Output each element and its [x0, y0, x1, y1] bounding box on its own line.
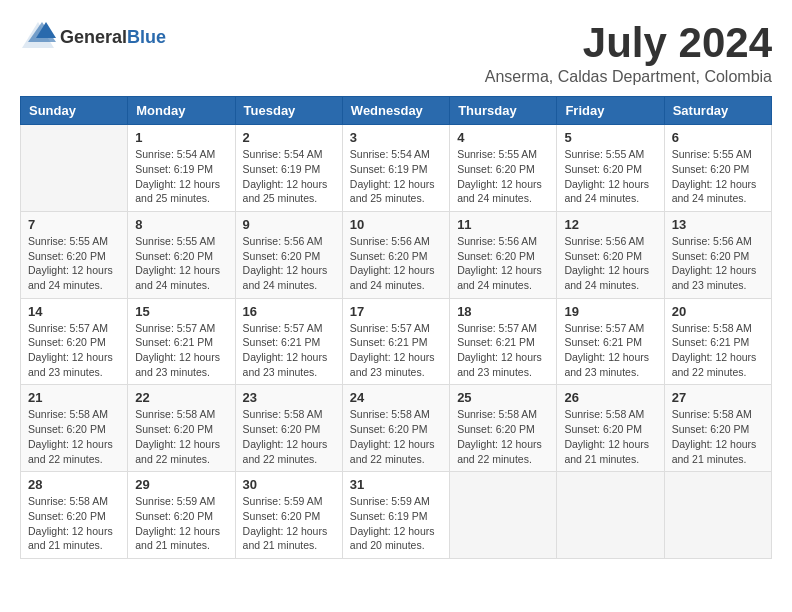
- month-year-title: July 2024: [485, 20, 772, 66]
- calendar-cell: 20Sunrise: 5:58 AM Sunset: 6:21 PM Dayli…: [664, 298, 771, 385]
- calendar-cell: 16Sunrise: 5:57 AM Sunset: 6:21 PM Dayli…: [235, 298, 342, 385]
- day-info: Sunrise: 5:57 AM Sunset: 6:21 PM Dayligh…: [350, 321, 442, 380]
- day-number: 7: [28, 217, 120, 232]
- day-info: Sunrise: 5:55 AM Sunset: 6:20 PM Dayligh…: [135, 234, 227, 293]
- day-number: 16: [243, 304, 335, 319]
- calendar-cell: 29Sunrise: 5:59 AM Sunset: 6:20 PM Dayli…: [128, 472, 235, 559]
- day-number: 15: [135, 304, 227, 319]
- calendar-table: SundayMondayTuesdayWednesdayThursdayFrid…: [20, 96, 772, 559]
- logo-text: GeneralBlue: [60, 27, 166, 48]
- day-info: Sunrise: 5:57 AM Sunset: 6:20 PM Dayligh…: [28, 321, 120, 380]
- calendar-cell: [21, 125, 128, 212]
- day-number: 10: [350, 217, 442, 232]
- day-info: Sunrise: 5:59 AM Sunset: 6:20 PM Dayligh…: [135, 494, 227, 553]
- day-number: 4: [457, 130, 549, 145]
- day-info: Sunrise: 5:58 AM Sunset: 6:20 PM Dayligh…: [243, 407, 335, 466]
- day-info: Sunrise: 5:59 AM Sunset: 6:19 PM Dayligh…: [350, 494, 442, 553]
- day-info: Sunrise: 5:57 AM Sunset: 6:21 PM Dayligh…: [135, 321, 227, 380]
- day-number: 23: [243, 390, 335, 405]
- logo: GeneralBlue: [20, 20, 166, 54]
- day-number: 5: [564, 130, 656, 145]
- day-info: Sunrise: 5:58 AM Sunset: 6:20 PM Dayligh…: [350, 407, 442, 466]
- day-info: Sunrise: 5:58 AM Sunset: 6:20 PM Dayligh…: [457, 407, 549, 466]
- calendar-cell: 10Sunrise: 5:56 AM Sunset: 6:20 PM Dayli…: [342, 211, 449, 298]
- calendar-cell: 8Sunrise: 5:55 AM Sunset: 6:20 PM Daylig…: [128, 211, 235, 298]
- day-number: 28: [28, 477, 120, 492]
- calendar-cell: [557, 472, 664, 559]
- calendar-header-sunday: Sunday: [21, 97, 128, 125]
- day-info: Sunrise: 5:54 AM Sunset: 6:19 PM Dayligh…: [350, 147, 442, 206]
- day-number: 24: [350, 390, 442, 405]
- day-number: 9: [243, 217, 335, 232]
- day-number: 18: [457, 304, 549, 319]
- day-info: Sunrise: 5:58 AM Sunset: 6:20 PM Dayligh…: [564, 407, 656, 466]
- calendar-cell: 5Sunrise: 5:55 AM Sunset: 6:20 PM Daylig…: [557, 125, 664, 212]
- calendar-cell: 18Sunrise: 5:57 AM Sunset: 6:21 PM Dayli…: [450, 298, 557, 385]
- calendar-cell: 17Sunrise: 5:57 AM Sunset: 6:21 PM Dayli…: [342, 298, 449, 385]
- calendar-week-2: 14Sunrise: 5:57 AM Sunset: 6:20 PM Dayli…: [21, 298, 772, 385]
- day-number: 3: [350, 130, 442, 145]
- calendar-cell: 7Sunrise: 5:55 AM Sunset: 6:20 PM Daylig…: [21, 211, 128, 298]
- calendar-cell: 1Sunrise: 5:54 AM Sunset: 6:19 PM Daylig…: [128, 125, 235, 212]
- day-info: Sunrise: 5:56 AM Sunset: 6:20 PM Dayligh…: [350, 234, 442, 293]
- calendar-cell: 21Sunrise: 5:58 AM Sunset: 6:20 PM Dayli…: [21, 385, 128, 472]
- day-info: Sunrise: 5:56 AM Sunset: 6:20 PM Dayligh…: [672, 234, 764, 293]
- day-info: Sunrise: 5:57 AM Sunset: 6:21 PM Dayligh…: [243, 321, 335, 380]
- calendar-week-0: 1Sunrise: 5:54 AM Sunset: 6:19 PM Daylig…: [21, 125, 772, 212]
- calendar-cell: 28Sunrise: 5:58 AM Sunset: 6:20 PM Dayli…: [21, 472, 128, 559]
- logo-blue: Blue: [127, 27, 166, 47]
- day-number: 25: [457, 390, 549, 405]
- calendar-week-1: 7Sunrise: 5:55 AM Sunset: 6:20 PM Daylig…: [21, 211, 772, 298]
- calendar-cell: 26Sunrise: 5:58 AM Sunset: 6:20 PM Dayli…: [557, 385, 664, 472]
- calendar-header-wednesday: Wednesday: [342, 97, 449, 125]
- calendar-cell: 11Sunrise: 5:56 AM Sunset: 6:20 PM Dayli…: [450, 211, 557, 298]
- calendar-header-thursday: Thursday: [450, 97, 557, 125]
- day-info: Sunrise: 5:55 AM Sunset: 6:20 PM Dayligh…: [564, 147, 656, 206]
- day-info: Sunrise: 5:57 AM Sunset: 6:21 PM Dayligh…: [564, 321, 656, 380]
- day-number: 19: [564, 304, 656, 319]
- calendar-header-monday: Monday: [128, 97, 235, 125]
- day-info: Sunrise: 5:55 AM Sunset: 6:20 PM Dayligh…: [457, 147, 549, 206]
- day-number: 14: [28, 304, 120, 319]
- calendar-cell: 4Sunrise: 5:55 AM Sunset: 6:20 PM Daylig…: [450, 125, 557, 212]
- calendar-cell: 2Sunrise: 5:54 AM Sunset: 6:19 PM Daylig…: [235, 125, 342, 212]
- day-info: Sunrise: 5:55 AM Sunset: 6:20 PM Dayligh…: [672, 147, 764, 206]
- calendar-header-row: SundayMondayTuesdayWednesdayThursdayFrid…: [21, 97, 772, 125]
- day-number: 8: [135, 217, 227, 232]
- day-info: Sunrise: 5:58 AM Sunset: 6:20 PM Dayligh…: [28, 494, 120, 553]
- calendar-cell: 30Sunrise: 5:59 AM Sunset: 6:20 PM Dayli…: [235, 472, 342, 559]
- day-info: Sunrise: 5:56 AM Sunset: 6:20 PM Dayligh…: [243, 234, 335, 293]
- calendar-cell: 14Sunrise: 5:57 AM Sunset: 6:20 PM Dayli…: [21, 298, 128, 385]
- calendar-week-3: 21Sunrise: 5:58 AM Sunset: 6:20 PM Dayli…: [21, 385, 772, 472]
- calendar-cell: 6Sunrise: 5:55 AM Sunset: 6:20 PM Daylig…: [664, 125, 771, 212]
- day-info: Sunrise: 5:54 AM Sunset: 6:19 PM Dayligh…: [135, 147, 227, 206]
- day-number: 20: [672, 304, 764, 319]
- day-number: 21: [28, 390, 120, 405]
- day-info: Sunrise: 5:58 AM Sunset: 6:20 PM Dayligh…: [672, 407, 764, 466]
- day-number: 2: [243, 130, 335, 145]
- day-info: Sunrise: 5:59 AM Sunset: 6:20 PM Dayligh…: [243, 494, 335, 553]
- day-info: Sunrise: 5:57 AM Sunset: 6:21 PM Dayligh…: [457, 321, 549, 380]
- calendar-cell: 12Sunrise: 5:56 AM Sunset: 6:20 PM Dayli…: [557, 211, 664, 298]
- day-info: Sunrise: 5:55 AM Sunset: 6:20 PM Dayligh…: [28, 234, 120, 293]
- calendar-cell: 27Sunrise: 5:58 AM Sunset: 6:20 PM Dayli…: [664, 385, 771, 472]
- logo-icon: [20, 20, 56, 54]
- header: GeneralBlue July 2024 Anserma, Caldas De…: [20, 20, 772, 86]
- day-number: 13: [672, 217, 764, 232]
- calendar-week-4: 28Sunrise: 5:58 AM Sunset: 6:20 PM Dayli…: [21, 472, 772, 559]
- calendar-header-tuesday: Tuesday: [235, 97, 342, 125]
- day-number: 6: [672, 130, 764, 145]
- calendar-cell: 19Sunrise: 5:57 AM Sunset: 6:21 PM Dayli…: [557, 298, 664, 385]
- calendar-cell: 22Sunrise: 5:58 AM Sunset: 6:20 PM Dayli…: [128, 385, 235, 472]
- day-number: 12: [564, 217, 656, 232]
- day-number: 17: [350, 304, 442, 319]
- title-section: July 2024 Anserma, Caldas Department, Co…: [485, 20, 772, 86]
- calendar-cell: 25Sunrise: 5:58 AM Sunset: 6:20 PM Dayli…: [450, 385, 557, 472]
- logo-general: General: [60, 27, 127, 47]
- day-info: Sunrise: 5:58 AM Sunset: 6:20 PM Dayligh…: [135, 407, 227, 466]
- day-number: 27: [672, 390, 764, 405]
- day-info: Sunrise: 5:56 AM Sunset: 6:20 PM Dayligh…: [564, 234, 656, 293]
- calendar-cell: 9Sunrise: 5:56 AM Sunset: 6:20 PM Daylig…: [235, 211, 342, 298]
- calendar-cell: 15Sunrise: 5:57 AM Sunset: 6:21 PM Dayli…: [128, 298, 235, 385]
- day-number: 22: [135, 390, 227, 405]
